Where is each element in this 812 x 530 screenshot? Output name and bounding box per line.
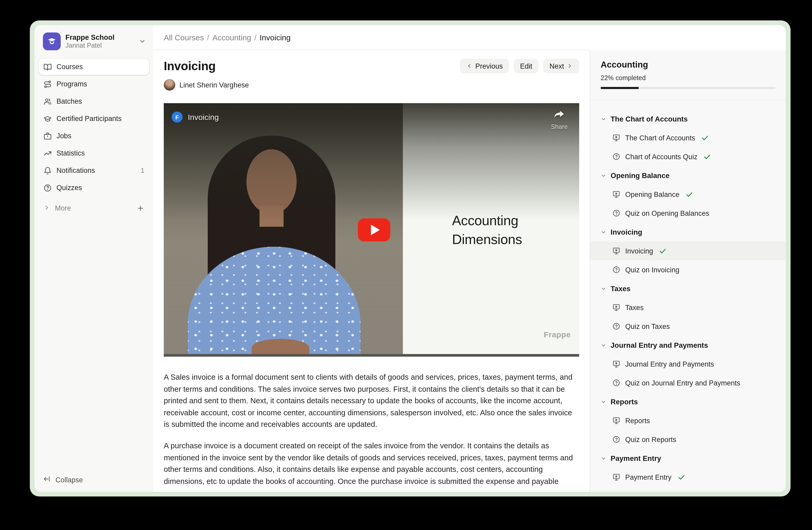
chevron-down-icon (600, 342, 606, 348)
course-title: Accounting (600, 60, 775, 70)
sidebar-item-quizzes[interactable]: Quizzes (39, 180, 149, 196)
course-progress-header: Accounting 22% completed (590, 50, 786, 100)
outline-item-quiz-on-reports[interactable]: Quiz on Reports (590, 430, 786, 449)
outline-item-reports[interactable]: Reports (590, 411, 786, 430)
chevron-down-icon (600, 116, 606, 122)
outline-section-invoicing[interactable]: Invoicing (590, 223, 786, 241)
outline-item-payment-entry[interactable]: Payment Entry (590, 468, 786, 487)
outline-item-quiz-on-taxes[interactable]: Quiz on Taxes (590, 317, 786, 336)
outline-item-the-chart-of-accounts[interactable]: The Chart of Accounts (590, 128, 786, 147)
outline-item-quiz-on-journal-entry-and-payments[interactable]: Quiz on Journal Entry and Payments (590, 373, 786, 392)
slide-title: Accounting Dimensions (452, 211, 522, 249)
share-icon (553, 110, 565, 123)
outline-section-the-chart-of-accounts[interactable]: The Chart of Accounts (590, 110, 786, 128)
video-progress-bar[interactable] (164, 354, 579, 357)
users-icon (43, 97, 52, 106)
trending-up-icon (43, 149, 52, 157)
sidebar-item-certified-participants[interactable]: Certified Participants (39, 111, 149, 127)
author-name: Linet Sherin Varghese (179, 81, 249, 89)
outline-item-invoicing[interactable]: Invoicing (590, 241, 786, 260)
chevron-down-icon (600, 455, 606, 461)
screen: Frappe School Jannat Patel Courses Progr… (0, 0, 812, 530)
lesson-icon (612, 416, 621, 425)
outline-section-reports[interactable]: Reports (590, 392, 786, 411)
lesson-paragraph-2: A purchase invoice is a document created… (164, 440, 579, 487)
briefcase-icon (43, 132, 52, 140)
workspace-user: Jannat Patel (66, 42, 134, 49)
lesson-icon (612, 303, 621, 311)
progress-bar-fill (600, 87, 639, 89)
video-player[interactable]: Accounting Dimensions Frappe F Invoicing (164, 103, 579, 357)
quiz-icon (612, 379, 621, 387)
plus-icon[interactable] (136, 204, 144, 212)
breadcrumb-accounting[interactable]: Accounting (213, 33, 251, 42)
collapse-sidebar-button[interactable]: Collapse (34, 468, 153, 492)
graduation-cap-icon (43, 114, 52, 123)
share-button[interactable]: Share (551, 110, 568, 130)
sidebar-item-notifications[interactable]: Notifications 1 (39, 162, 149, 179)
quiz-icon (612, 322, 621, 331)
sidebar-nav: Courses Programs Batches Certified Parti… (34, 57, 153, 196)
outline-item-quiz-on-opening-balances[interactable]: Quiz on Opening Balances (590, 204, 786, 223)
video-title-overlay[interactable]: F Invoicing (172, 112, 219, 123)
workspace-switcher[interactable]: Frappe School Jannat Patel (34, 25, 153, 57)
outline-section-payment-entry[interactable]: Payment Entry (590, 449, 786, 468)
breadcrumb: All Courses / Accounting / Invoicing (153, 25, 590, 50)
sidebar-item-courses[interactable]: Courses (39, 59, 149, 75)
progress-bar (600, 87, 775, 89)
outline-section-opening-balance[interactable]: Opening Balance (590, 166, 786, 185)
app-frame: Frappe School Jannat Patel Courses Progr… (30, 20, 791, 497)
progress-text: 22% completed (600, 74, 775, 82)
breadcrumb-all-courses[interactable]: All Courses (164, 33, 204, 42)
video-slide: Accounting Dimensions Frappe (403, 103, 579, 357)
outline-item-chart-of-accounts-quiz[interactable]: Chart of Accounts Quiz (590, 147, 786, 166)
course-outline-panel: Accounting 22% completed The Chart of Ac… (590, 50, 786, 492)
outline-section-taxes[interactable]: Taxes (590, 279, 786, 298)
chevron-down-icon (600, 286, 606, 291)
app-window: Frappe School Jannat Patel Courses Progr… (34, 25, 786, 492)
sidebar-item-statistics[interactable]: Statistics (39, 145, 149, 161)
frappe-watermark: Frappe (543, 330, 571, 339)
chevron-right-icon (567, 63, 573, 69)
course-outline: The Chart of Accounts The Chart of Accou… (590, 100, 786, 492)
route-icon (43, 80, 52, 88)
outline-item-quiz-on-invoicing[interactable]: Quiz on Invoicing (590, 260, 786, 279)
breadcrumb-current: Invoicing (260, 33, 291, 42)
outline-section-journal-entry-and-payments[interactable]: Journal Entry and Payments (590, 336, 786, 354)
sidebar-item-jobs[interactable]: Jobs (39, 128, 149, 144)
lesson-icon (612, 247, 621, 255)
check-icon (701, 134, 709, 142)
notification-count-badge: 1 (141, 167, 144, 174)
lesson-paragraph-1: A Sales invoice is a formal document sen… (164, 371, 579, 431)
edit-button[interactable]: Edit (514, 59, 539, 73)
more-label: More (55, 204, 71, 212)
collapse-label: Collapse (56, 476, 83, 484)
check-icon (659, 247, 667, 255)
sidebar-item-programs[interactable]: Programs (39, 76, 149, 92)
play-button[interactable] (358, 219, 390, 241)
outline-item-taxes[interactable]: Taxes (590, 298, 786, 317)
previous-button[interactable]: Previous (460, 59, 509, 73)
collapse-icon (43, 475, 51, 485)
play-icon (371, 225, 380, 235)
chevron-down-icon (139, 38, 146, 45)
check-icon (703, 153, 711, 161)
channel-avatar: F (172, 112, 183, 123)
video-title: Invoicing (188, 113, 219, 122)
workspace-name: Frappe School (66, 33, 134, 41)
check-icon (677, 473, 685, 481)
help-circle-icon (43, 184, 52, 192)
frappe-school-logo (43, 32, 61, 50)
chevron-down-icon (600, 399, 606, 405)
lesson-icon (612, 360, 621, 368)
outline-item-journal-entry-and-payments[interactable]: Journal Entry and Payments (590, 354, 786, 373)
outline-item-opening-balance[interactable]: Opening Balance (590, 185, 786, 204)
chevron-left-icon (466, 63, 473, 69)
sidebar-item-batches[interactable]: Batches (39, 93, 149, 110)
next-button[interactable]: Next (543, 59, 579, 73)
sidebar: Frappe School Jannat Patel Courses Progr… (34, 25, 153, 492)
sidebar-item-more[interactable]: More (39, 200, 149, 216)
bell-icon (43, 166, 52, 175)
quiz-icon (612, 209, 621, 217)
chevron-right-icon (43, 204, 50, 212)
